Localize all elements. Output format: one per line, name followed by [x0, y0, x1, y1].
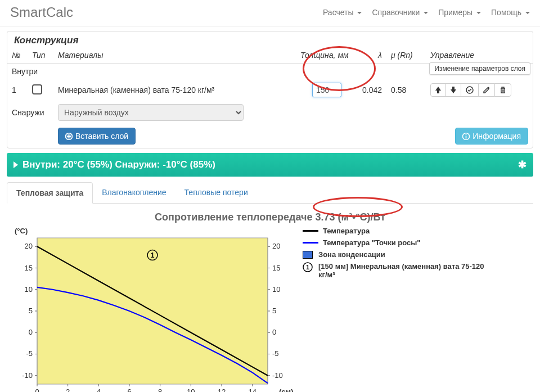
svg-text:12: 12: [218, 388, 226, 392]
caret-down-icon: [357, 12, 362, 14]
construction-panel: Конструкция № Тип Материалы Толщина, мм …: [7, 31, 533, 148]
outer-material-select[interactable]: Наружный воздух: [58, 104, 244, 121]
conditions-bar[interactable]: Внутри: 20°C (55%) Снаружи: -10°C (85%) …: [7, 153, 533, 177]
layers-table: № Тип Материалы Толщина, мм λ μ (Rп) Упр…: [7, 47, 533, 148]
thickness-input[interactable]: [312, 83, 341, 97]
tab-moisture[interactable]: Влагонакопление: [93, 182, 175, 203]
svg-text:1: 1: [306, 264, 309, 271]
thermal-chart: (°C)-10-10-5-500551010151520200246810121…: [9, 227, 296, 392]
edit-button[interactable]: [478, 83, 495, 97]
table-row: 1 Минеральная (каменная) вата 75-120 кг/…: [7, 79, 533, 101]
caret-down-icon: [525, 12, 530, 14]
svg-rect-5: [466, 136, 467, 138]
col-type: Тип: [28, 47, 53, 64]
svg-text:(см): (см): [279, 388, 294, 392]
move-up-button[interactable]: [430, 83, 446, 97]
svg-text:5: 5: [29, 307, 33, 315]
legend-dewpoint: Температура "Точки росы": [303, 238, 487, 247]
svg-text:0: 0: [272, 328, 276, 336]
info-button[interactable]: Информация: [455, 128, 528, 145]
layer-type-icon[interactable]: [32, 84, 42, 94]
material-name: Минеральная (каменная) вата 75-120 кг/м³: [53, 79, 296, 101]
svg-text:-10: -10: [272, 371, 283, 380]
insert-layer-button[interactable]: Вставить слой: [58, 128, 136, 145]
col-thickness: Толщина, мм: [296, 47, 358, 64]
nav-calculations[interactable]: Расчеты: [323, 8, 362, 17]
top-navbar: SmartCalc Расчеты Справочники Примеры По…: [0, 0, 540, 26]
svg-text:14: 14: [248, 388, 256, 392]
tab-heat-loss[interactable]: Тепловые потери: [176, 182, 257, 203]
legend-condensation: Зона конденсации: [303, 250, 487, 259]
col-mu: μ (Rп): [386, 47, 426, 64]
row-number: 1: [7, 79, 28, 101]
svg-text:-5: -5: [272, 349, 279, 358]
expand-right-icon: [14, 161, 18, 168]
svg-point-4: [466, 134, 467, 135]
layer-controls: [430, 83, 511, 97]
svg-text:4: 4: [97, 388, 101, 392]
svg-text:20: 20: [272, 242, 280, 250]
svg-text:2: 2: [66, 388, 70, 392]
nav-help[interactable]: Помощь: [491, 8, 530, 17]
delete-button[interactable]: [494, 83, 511, 97]
gear-icon[interactable]: ✱: [518, 159, 526, 171]
svg-text:6: 6: [127, 388, 131, 392]
plus-circle-icon: [65, 133, 73, 140]
svg-text:-5: -5: [26, 349, 33, 358]
caret-down-icon: [476, 12, 481, 14]
svg-text:5: 5: [272, 307, 276, 315]
outer-side-label: Снаружи: [7, 101, 53, 124]
caret-down-icon: [424, 12, 428, 14]
svg-text:(°C): (°C): [15, 227, 28, 235]
svg-text:15: 15: [272, 264, 280, 272]
conditions-text: Внутри: 20°C (55%) Снаружи: -10°C (85%): [22, 159, 215, 170]
col-no: №: [7, 47, 28, 64]
chart-legend: Температура Температура "Точки росы" Зон…: [296, 227, 487, 392]
nav-references[interactable]: Справочники: [372, 8, 428, 17]
move-down-button[interactable]: [446, 83, 461, 97]
svg-text:20: 20: [25, 242, 33, 250]
lambda-value: 0.042: [358, 79, 386, 101]
legend-layer-1: 1 [150 мм] Минеральная (каменная) вата 7…: [303, 262, 487, 279]
svg-text:10: 10: [272, 285, 280, 294]
svg-text:10: 10: [25, 285, 33, 294]
svg-text:8: 8: [158, 388, 162, 392]
tab-thermal-protection[interactable]: Тепловая защита: [7, 182, 93, 204]
col-controls: Управление: [426, 47, 533, 64]
inner-side-label: Внутри: [7, 64, 53, 80]
svg-text:0: 0: [35, 388, 39, 392]
col-lambda: λ: [358, 47, 386, 64]
result-tabs: Тепловая защита Влагонакопление Тепловые…: [7, 182, 533, 204]
confirm-button[interactable]: [461, 83, 479, 97]
brand-logo[interactable]: SmartCalc: [10, 4, 73, 20]
svg-text:10: 10: [187, 388, 195, 392]
tooltip-edit-layer: Изменение параметров слоя: [429, 62, 530, 75]
col-materials: Материалы: [53, 47, 296, 64]
svg-text:1: 1: [151, 251, 155, 259]
panel-title: Конструкция: [7, 31, 533, 47]
chart-title: Сопротивление теплопередаче 3.73 (м²•°C)…: [0, 211, 540, 223]
svg-text:0: 0: [29, 328, 33, 336]
nav-examples[interactable]: Примеры: [438, 8, 481, 17]
info-circle-icon: [462, 133, 470, 140]
svg-text:15: 15: [25, 264, 33, 272]
mu-value: 0.58: [386, 79, 426, 101]
svg-text:-10: -10: [22, 371, 33, 380]
legend-temperature: Температура: [303, 227, 487, 235]
